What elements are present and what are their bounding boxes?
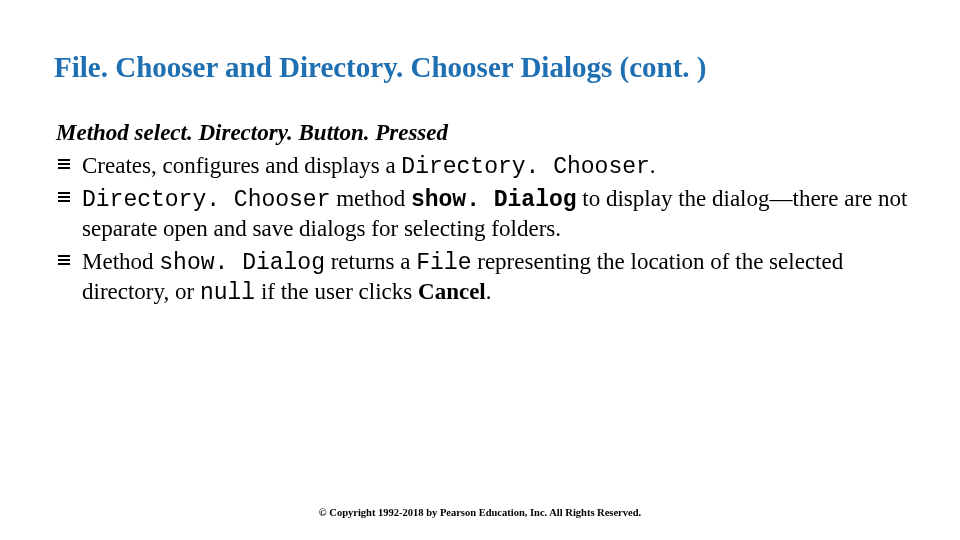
code-text: Directory. Chooser: [401, 154, 649, 180]
slide: File. Chooser and Directory. Chooser Dia…: [0, 0, 960, 540]
code-text-bold: show. Dialog: [411, 187, 577, 213]
code-text: File: [416, 250, 471, 276]
bold-text: Cancel: [418, 279, 486, 304]
text: Method: [82, 249, 159, 274]
list-item: Directory. Chooser method show. Dialog t…: [54, 185, 912, 244]
slide-subheading: Method select. Directory. Button. Presse…: [56, 119, 912, 148]
code-text: Directory. Chooser: [82, 187, 330, 213]
text: .: [486, 279, 492, 304]
text: method: [330, 186, 411, 211]
text: returns a: [325, 249, 416, 274]
slide-title: File. Chooser and Directory. Chooser Dia…: [54, 50, 912, 85]
code-text: show. Dialog: [159, 250, 325, 276]
list-item: Creates, configures and displays a Direc…: [54, 152, 912, 182]
copyright-footer: © Copyright 1992-2018 by Pearson Educati…: [0, 507, 960, 518]
text: .: [650, 153, 656, 178]
text: if the user clicks: [255, 279, 418, 304]
code-text: null: [200, 280, 255, 306]
bullet-list: Creates, configures and displays a Direc…: [54, 152, 912, 308]
list-item: Method show. Dialog returns a File repre…: [54, 248, 912, 308]
text: Creates, configures and displays a: [82, 153, 401, 178]
